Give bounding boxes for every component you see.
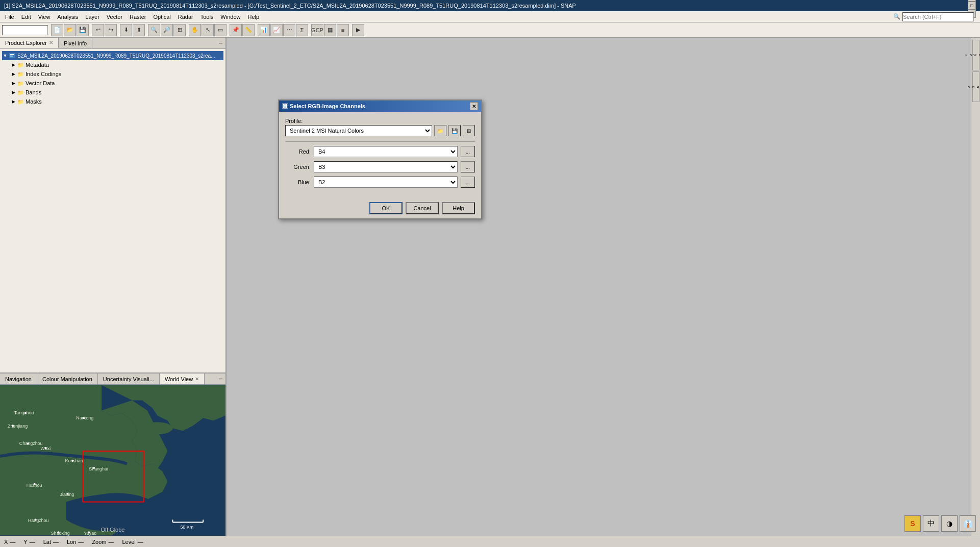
more-btn[interactable]: ▶	[352, 24, 364, 36]
svg-text:Shaoxing: Shaoxing	[51, 531, 70, 536]
tree-root-item[interactable]: ▼ S2A_MSIL2A_20190628T023551_N9999_R089_…	[2, 51, 223, 60]
night-mode-btn[interactable]: ◑	[941, 515, 958, 532]
menu-help[interactable]: Help	[244, 13, 262, 21]
zoom-out-btn[interactable]: 🔎	[161, 24, 173, 36]
right-sidebar-btn-1[interactable]: Layer	[972, 40, 979, 70]
status-zoom: Zoom —	[92, 539, 114, 545]
tab-product-explorer-close[interactable]: ✕	[49, 40, 53, 45]
tree-expand-root[interactable]: ▼	[2, 53, 8, 58]
blue-channel-more-btn[interactable]: ...	[461, 177, 475, 188]
tab-world-view[interactable]: World View ✕	[160, 374, 205, 384]
tab-uncertainty[interactable]: Uncertainty Visuali...	[98, 374, 160, 384]
layer-btn[interactable]: ≡	[337, 24, 349, 36]
gcp-btn[interactable]: GCP	[311, 24, 323, 36]
tree-index-codings[interactable]: ▶ 📁 Index Codings	[10, 69, 223, 79]
profile-load-btn[interactable]: 📁	[434, 125, 446, 136]
measure-btn[interactable]: 📏	[242, 24, 255, 36]
bottom-minimize-btn[interactable]: ─	[216, 376, 225, 382]
tree-metadata[interactable]: ▶ 📁 Metadata	[10, 60, 223, 69]
svg-text:50 Km: 50 Km	[180, 525, 193, 530]
tab-world-view-close[interactable]: ✕	[195, 376, 199, 382]
rectangle-btn[interactable]: ▭	[214, 24, 227, 36]
profile-manage-btn[interactable]: ⊞	[463, 125, 475, 136]
import-btn[interactable]: ⬇	[120, 24, 132, 36]
tree-expand-masks[interactable]: ▶	[10, 99, 16, 104]
export-btn[interactable]: ⬆	[133, 24, 145, 36]
undo-btn[interactable]: ↩	[92, 24, 104, 36]
dialog-close-button[interactable]: ✕	[470, 102, 478, 110]
pin-btn[interactable]: 📌	[230, 24, 242, 36]
chinese-char-btn[interactable]: 中	[923, 515, 939, 532]
tree-index-label: Index Codings	[26, 71, 61, 77]
red-channel-select[interactable]: B4 B1 B2 B3 B5 B6 B7 B8 B8A B9 B11 B12	[314, 146, 458, 157]
tree-vector-data[interactable]: ▶ 📁 Vector Data	[10, 79, 223, 88]
folder-icon-vector: 📁	[16, 79, 24, 87]
redo-btn[interactable]: ↪	[105, 24, 117, 36]
cancel-button[interactable]: Cancel	[406, 202, 439, 214]
world-view-map[interactable]: Tangzhou Zhenjiang Nantong Changzhou Wux…	[0, 385, 225, 536]
theme-btn[interactable]: 👔	[960, 515, 976, 532]
profile-select[interactable]: Sentinel 2 MSI Natural Colors	[285, 125, 432, 136]
snap-logo-btn[interactable]: S	[904, 515, 921, 532]
green-label: Green:	[285, 164, 311, 170]
tree-masks[interactable]: ▶ 📁 Masks	[10, 97, 223, 106]
tree-expand-index[interactable]: ▶	[10, 71, 16, 77]
left-panel: Product Explorer ✕ Pixel Info ─ ▼ S2A_MS…	[0, 38, 227, 536]
menu-vector[interactable]: Vector	[104, 13, 125, 21]
svg-point-25	[93, 467, 95, 469]
mosaic-btn[interactable]: ▦	[324, 24, 336, 36]
select-btn[interactable]: ↖	[202, 24, 214, 36]
level-label: Level	[122, 539, 135, 545]
search-input[interactable]	[902, 12, 974, 21]
green-channel-more-btn[interactable]: ...	[461, 161, 475, 172]
menu-file[interactable]: File	[2, 13, 17, 21]
profile-save-btn[interactable]: 💾	[448, 125, 461, 136]
zoom-in-btn[interactable]: 🔍	[148, 24, 160, 36]
blue-label: Blue:	[285, 179, 311, 185]
histogram-btn[interactable]: 📈	[270, 24, 283, 36]
help-button[interactable]: Help	[442, 202, 475, 214]
maximize-button[interactable]: □	[968, 2, 976, 10]
panel-minimize-btn[interactable]: ─	[216, 40, 225, 46]
dialog-divider-1	[285, 141, 475, 142]
menu-layer[interactable]: Layer	[82, 13, 103, 21]
green-channel-select[interactable]: B3 B1 B2 B4 B5 B6 B7 B8 B8A B9 B11 B12	[314, 161, 458, 172]
menu-tools[interactable]: Tools	[197, 13, 217, 21]
spectrum-btn[interactable]: 📊	[258, 24, 270, 36]
lat-value: —	[53, 539, 59, 545]
zoom-all-btn[interactable]: ⊞	[173, 24, 186, 36]
coord-input[interactable]: 514.5/5569.0	[2, 25, 48, 35]
tree-bands[interactable]: ▶ 📁 Bands	[10, 88, 223, 97]
menu-view[interactable]: View	[35, 13, 54, 21]
tab-colour-manipulation[interactable]: Colour Manipulation	[37, 374, 98, 384]
tree-expand-bands[interactable]: ▶	[10, 90, 16, 95]
pan-btn[interactable]: ✋	[189, 24, 201, 36]
menu-optical[interactable]: Optical	[150, 13, 173, 21]
open-btn[interactable]: 📂	[64, 24, 76, 36]
menu-edit[interactable]: Edit	[18, 13, 34, 21]
tab-product-explorer[interactable]: Product Explorer ✕	[0, 38, 59, 48]
tree-root-label: S2A_MSIL2A_20190628T023551_N9999_R089_T5…	[17, 53, 215, 59]
red-channel-more-btn[interactable]: ...	[461, 146, 475, 157]
svg-rect-1	[10, 54, 14, 55]
green-channel-row: Green: B3 B1 B2 B4 B5 B6 B7 B8 B8A B9 B1…	[285, 161, 475, 172]
tab-pixel-info[interactable]: Pixel Info	[59, 38, 92, 48]
tree-expand-vector[interactable]: ▶	[10, 81, 16, 86]
status-x: X —	[4, 539, 15, 545]
menu-radar[interactable]: Radar	[175, 13, 196, 21]
tree-children: ▶ 📁 Metadata ▶ 📁 Index Codings ▶ 📁 Vecto…	[2, 60, 223, 106]
right-sidebar-btn-2[interactable]: Mask	[972, 71, 979, 102]
blue-channel-select[interactable]: B2 B1 B3 B4 B5 B6 B7 B8 B8A B9 B11 B12	[314, 177, 458, 188]
tab-navigation[interactable]: Navigation	[0, 374, 37, 384]
save-btn[interactable]: 💾	[77, 24, 89, 36]
menu-raster[interactable]: Raster	[127, 13, 149, 21]
svg-point-20	[12, 425, 14, 427]
svg-point-26	[34, 483, 36, 485]
ok-button[interactable]: OK	[369, 202, 403, 214]
tree-expand-metadata[interactable]: ▶	[10, 62, 16, 67]
menu-window[interactable]: Window	[217, 13, 243, 21]
stats-btn[interactable]: Σ	[296, 24, 308, 36]
new-btn[interactable]: 📄	[51, 24, 63, 36]
scatter-btn[interactable]: ⋯	[283, 24, 295, 36]
menu-analysis[interactable]: Analysis	[54, 13, 81, 21]
